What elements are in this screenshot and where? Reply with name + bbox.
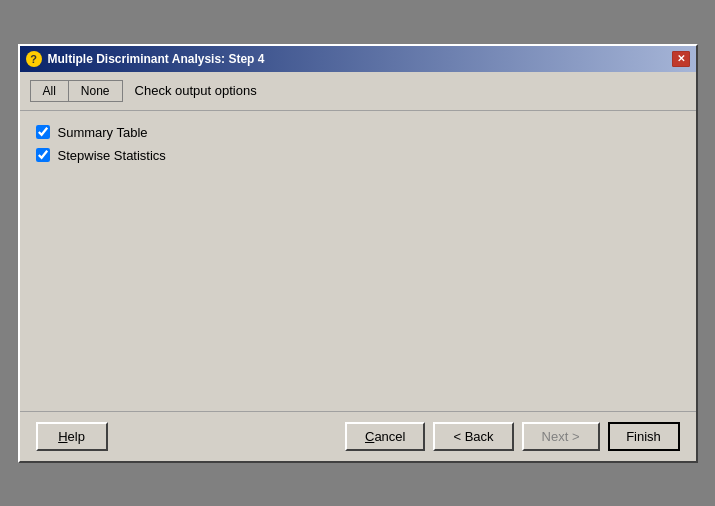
title-bar: ? Multiple Discriminant Analysis: Step 4… [20, 46, 696, 72]
summary-table-label[interactable]: Summary Table [58, 125, 148, 140]
content-area: Summary Table Stepwise Statistics [20, 111, 696, 411]
toolbar: All None Check output options [20, 72, 696, 111]
close-button[interactable]: ✕ [672, 51, 690, 67]
main-window: ? Multiple Discriminant Analysis: Step 4… [18, 44, 698, 463]
window-title: Multiple Discriminant Analysis: Step 4 [48, 52, 265, 66]
back-button[interactable]: < Back [433, 422, 513, 451]
summary-table-checkbox[interactable] [36, 125, 50, 139]
all-button[interactable]: All [30, 80, 68, 102]
stepwise-statistics-checkbox[interactable] [36, 148, 50, 162]
window-icon: ? [26, 51, 42, 67]
finish-button[interactable]: Finish [608, 422, 680, 451]
action-buttons: Cancel < Back Next > Finish [345, 422, 680, 451]
stepwise-statistics-row: Stepwise Statistics [36, 148, 680, 163]
section-label: Check output options [135, 83, 257, 98]
help-underline: Help [58, 429, 85, 444]
none-button[interactable]: None [68, 80, 123, 102]
summary-table-row: Summary Table [36, 125, 680, 140]
stepwise-statistics-label[interactable]: Stepwise Statistics [58, 148, 166, 163]
next-button[interactable]: Next > [522, 422, 600, 451]
cancel-button[interactable]: Cancel [345, 422, 425, 451]
bottom-bar: Help Cancel < Back Next > Finish [20, 411, 696, 461]
title-bar-left: ? Multiple Discriminant Analysis: Step 4 [26, 51, 265, 67]
help-button[interactable]: Help [36, 422, 108, 451]
